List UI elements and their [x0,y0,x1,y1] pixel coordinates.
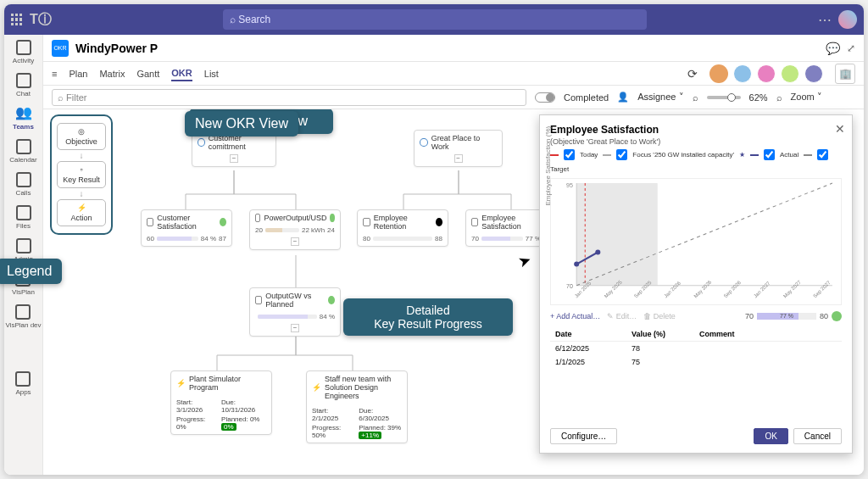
callout-okrview2: New OKR View [185,111,298,136]
waffle-icon[interactable] [11,14,23,25]
target-icon [198,138,205,147]
configure-button[interactable]: Configure… [550,428,617,444]
rail-chat[interactable]: Chat [16,73,31,97]
search-placeholder: Search [238,14,270,25]
table-row[interactable]: 6/12/202578 [550,342,842,355]
collapse-icon[interactable]: − [230,154,238,163]
avatar[interactable] [838,10,857,29]
org-icon[interactable]: 🏢 [835,64,855,84]
arrow-icon: ↓ [80,189,84,198]
user-avatar[interactable] [757,64,776,83]
tab-list[interactable]: List [204,67,219,81]
data-table: DateValue (%)Comment 6/12/202578 1/1/202… [550,327,842,369]
node-action-plant[interactable]: ⚡Plant Simulator Program Start: 3/1/2026… [170,370,272,435]
status-badge [330,214,335,222]
completed-label: Completed [564,92,609,103]
svg-text:Jan 2026: Jan 2026 [663,280,682,298]
mini-progress: 77 % [757,313,816,320]
hamburger-icon[interactable]: ≡ [52,69,57,79]
percent-label: 62% [749,92,768,103]
search-input[interactable]: ⌕ Search [223,9,647,30]
zoom-in-icon[interactable]: ⌕ [776,92,782,103]
node-power[interactable]: PowerOutput/USD 2022 kWh24 − [249,209,341,250]
legend-target-cb[interactable] [817,149,828,160]
filter-input[interactable]: ⌕ Filter [52,89,526,106]
legend-keyresult: ▫Key Result [57,161,106,188]
maximize-icon[interactable]: ⤢ [847,42,855,54]
delete-button: 🗑 Delete [643,312,676,320]
cursor-icon: ➤ [515,250,534,272]
rail-calendar[interactable]: Calendar [9,139,36,164]
tab-matrix[interactable]: Matrix [99,67,125,81]
comment-icon[interactable]: 💬 [826,42,840,55]
left-rail: Activity Chat 👥Teams Calendar Calls File… [4,35,43,475]
zoom-out-icon[interactable]: ⌕ [693,92,698,103]
node-customer-sat[interactable]: Customer Satisfaction 6084 %87 [141,209,232,247]
refresh-icon[interactable]: ⟳ [687,67,698,81]
detail-panel: ✕ Employee Satisfaction (Objective 'Grea… [539,114,853,454]
add-actual-button[interactable]: + Add Actual… [550,312,600,320]
rail-teams[interactable]: 👥Teams [13,106,34,131]
legend-action: ⚡Action [57,199,106,226]
search-icon: ⌕ [230,14,236,25]
tab-gantt[interactable]: Gantt [136,67,159,81]
rail-visplan-dev[interactable]: VisPlan dev [5,304,41,329]
node-action-staff[interactable]: ⚡Staff new team with Solution Design Eng… [306,370,408,443]
rail-files[interactable]: Files [16,205,31,230]
tab-plan[interactable]: Plan [69,67,87,81]
user-avatar[interactable] [804,64,823,83]
info-icon[interactable] [832,311,842,321]
assignee-icon[interactable]: 👤 [617,92,629,103]
search-icon: ⌕ [58,92,64,103]
legend-focus-cb[interactable] [616,149,627,160]
app-tile-icon: OKR [52,40,69,57]
node-retention[interactable]: Employee Retention 8088 [357,209,448,247]
variance-pill: 0% [221,423,236,431]
edit-button: ✎ Edit… [607,312,637,320]
collapse-icon[interactable]: − [291,237,299,246]
table-row[interactable]: 1/1/202575 [550,355,842,369]
rail-activity[interactable]: Activity [13,40,34,64]
assignee-dropdown[interactable]: Assignee ˅ [637,92,683,103]
status-badge [328,296,335,304]
user-avatar[interactable] [733,64,752,83]
node-output-planned[interactable]: OutputGW vs Planned 84 % − [249,287,341,337]
legend-today-cb[interactable] [564,149,575,160]
svg-text:May 2026: May 2026 [693,279,712,298]
svg-point-6 [574,262,579,267]
teams-icon: Tⓘ [30,11,52,29]
legend-actual-cb[interactable] [764,149,775,160]
close-icon[interactable]: ✕ [835,122,845,136]
cancel-button[interactable]: Cancel [793,428,842,444]
collapse-icon[interactable]: − [454,154,463,163]
svg-text:70: 70 [566,283,573,289]
user-avatar[interactable] [709,64,728,83]
ok-button[interactable]: OK [754,428,787,444]
kr-icon [363,218,370,226]
kr-icon [471,218,478,226]
more-icon[interactable]: ⋯ [818,12,832,28]
variance-pill: +11% [359,432,381,439]
kr-icon [255,296,262,304]
target-icon [420,138,428,147]
callout-legend: Legend [4,259,62,284]
svg-text:Jan 2027: Jan 2027 [753,280,771,298]
tab-okr[interactable]: OKR [171,66,192,81]
progress-slider[interactable] [707,96,741,99]
legend-objective: ◎Objective [57,123,106,150]
collapse-icon[interactable]: − [291,324,299,332]
completed-toggle[interactable] [535,92,555,103]
kr-icon [147,218,153,226]
zoom-dropdown[interactable]: Zoom ˅ [791,92,822,103]
kr-icon [255,214,260,222]
rail-calls[interactable]: Calls [16,172,31,197]
panel-subtitle: (Objective 'Great Place to Work') [550,137,842,146]
svg-rect-0 [576,183,658,286]
callout-detail: Detailed Key Result Progress [343,298,513,336]
svg-point-7 [595,249,600,254]
user-avatar[interactable] [781,64,799,83]
bolt-icon: ⚡ [176,379,186,387]
status-badge [436,218,442,226]
node-gptw[interactable]: Great Place to Work − [414,130,503,167]
rail-apps[interactable]: Apps [15,371,31,396]
